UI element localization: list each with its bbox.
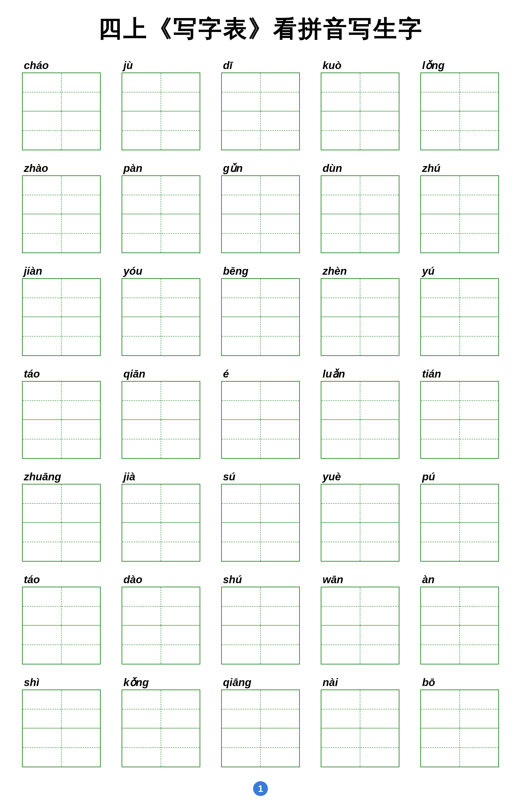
dashed-vertical [459, 214, 460, 252]
cell-row-0 [122, 382, 200, 420]
writing-box-25[interactable] [22, 587, 101, 664]
dashed-vertical [161, 523, 161, 561]
writing-box-0[interactable] [22, 72, 101, 150]
dashed-vertical [360, 279, 360, 317]
cell-row-1 [222, 523, 299, 561]
cell-row-0 [421, 690, 498, 728]
char-box-15: táo [22, 367, 101, 459]
writing-box-33[interactable] [321, 690, 400, 767]
char-box-5: zhào [22, 162, 101, 253]
pinyin-label-21: jià [121, 470, 135, 484]
cell-row-1 [222, 214, 299, 252]
cell-row-0 [421, 587, 498, 626]
dashed-vertical [61, 690, 62, 728]
writing-box-7[interactable] [221, 175, 300, 253]
writing-box-18[interactable] [321, 381, 400, 459]
dashed-vertical [459, 484, 460, 522]
cell-row-0 [122, 587, 200, 626]
writing-box-23[interactable] [321, 484, 400, 562]
writing-box-32[interactable] [221, 690, 300, 767]
writing-box-15[interactable] [22, 381, 101, 459]
writing-box-34[interactable] [420, 690, 499, 767]
writing-box-11[interactable] [121, 278, 200, 356]
writing-box-27[interactable] [221, 587, 300, 664]
writing-box-26[interactable] [121, 587, 200, 664]
dashed-vertical [61, 484, 62, 522]
char-box-16: qiān [121, 367, 200, 459]
cell-row-1 [321, 214, 399, 252]
writing-box-21[interactable] [121, 484, 200, 562]
dashed-vertical [360, 523, 360, 561]
cell-row-1 [222, 317, 299, 355]
page-number-container: 1 [19, 781, 502, 796]
writing-box-24[interactable] [420, 484, 499, 562]
dashed-vertical [161, 420, 161, 458]
char-box-34: bō [420, 676, 499, 767]
writing-box-10[interactable] [22, 278, 101, 356]
writing-box-9[interactable] [420, 175, 499, 253]
dashed-vertical [61, 523, 62, 561]
pinyin-label-11: yóu [121, 265, 142, 278]
writing-box-5[interactable] [22, 175, 101, 253]
dashed-vertical [260, 176, 261, 214]
cell-row-0 [122, 690, 200, 728]
writing-box-30[interactable] [22, 690, 101, 767]
writing-box-17[interactable] [221, 381, 300, 459]
dashed-vertical [260, 728, 261, 767]
cell-row-1 [321, 626, 399, 664]
char-box-1: jù [121, 59, 200, 150]
writing-box-8[interactable] [321, 175, 400, 253]
dashed-vertical [161, 317, 161, 355]
dashed-vertical [61, 279, 62, 317]
cell-row-1 [421, 523, 498, 561]
dashed-vertical [260, 587, 261, 625]
char-box-25: táo [22, 573, 101, 664]
cell-row-0 [421, 73, 498, 111]
cell-row-0 [222, 176, 299, 214]
pinyin-label-17: é [221, 367, 229, 381]
writing-box-13[interactable] [321, 278, 400, 356]
character-grid: cháojùdīkuòlǒngzhàopàngǔndùnzhújiànyóubē… [19, 59, 502, 767]
char-box-28: wān [321, 573, 400, 664]
pinyin-label-22: sú [221, 470, 235, 484]
pinyin-label-26: dào [121, 573, 142, 587]
char-box-31: kǒng [121, 676, 200, 767]
pinyin-label-6: pàn [121, 162, 142, 175]
pinyin-label-23: yuè [321, 470, 341, 484]
cell-row-0 [222, 484, 299, 523]
writing-box-1[interactable] [121, 72, 200, 150]
cell-row-0 [122, 279, 200, 317]
pinyin-label-30: shì [22, 676, 39, 690]
writing-box-6[interactable] [121, 175, 200, 253]
writing-box-14[interactable] [420, 278, 499, 356]
writing-box-22[interactable] [221, 484, 300, 562]
dashed-vertical [360, 626, 360, 664]
dashed-vertical [161, 626, 161, 664]
dashed-vertical [61, 626, 62, 664]
dashed-vertical [161, 728, 161, 767]
char-box-26: dào [121, 573, 200, 664]
writing-box-16[interactable] [121, 381, 200, 459]
char-box-10: jiàn [22, 265, 101, 356]
writing-box-29[interactable] [420, 587, 499, 664]
dashed-vertical [459, 382, 460, 420]
pinyin-label-15: táo [22, 367, 40, 381]
pinyin-label-12: bēng [221, 265, 248, 278]
dashed-vertical [459, 523, 460, 561]
dashed-vertical [459, 317, 460, 355]
pinyin-label-33: nài [321, 676, 338, 690]
writing-box-20[interactable] [22, 484, 101, 562]
writing-box-31[interactable] [121, 690, 200, 767]
cell-row-0 [222, 690, 299, 728]
writing-box-19[interactable] [420, 381, 499, 459]
writing-box-12[interactable] [221, 278, 300, 356]
dashed-vertical [459, 626, 460, 664]
writing-box-28[interactable] [321, 587, 400, 664]
dashed-vertical [161, 484, 161, 522]
writing-box-4[interactable] [420, 72, 499, 150]
writing-box-2[interactable] [221, 72, 300, 150]
dashed-vertical [459, 111, 460, 150]
pinyin-label-25: táo [22, 573, 40, 587]
page-title: 四上《写字表》看拼音写生字 [19, 14, 502, 45]
writing-box-3[interactable] [321, 72, 400, 150]
